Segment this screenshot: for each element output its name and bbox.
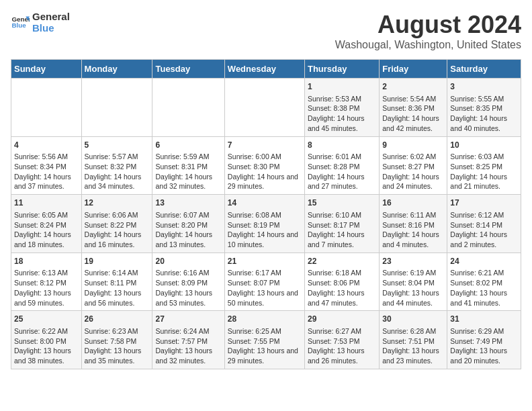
day-number: 14: [228, 197, 302, 209]
day-number: 21: [228, 256, 302, 267]
calendar-cell: 20Sunrise: 6:16 AMSunset: 8:09 PMDayligh…: [152, 253, 224, 311]
day-number: 17: [450, 197, 518, 209]
calendar-table: SundayMondayTuesdayWednesdayThursdayFrid…: [11, 59, 521, 369]
day-detail: Daylight: 14 hours and 16 minutes.: [85, 230, 150, 249]
day-detail: Sunset: 8:31 PM: [155, 162, 221, 172]
day-detail: Sunset: 8:38 PM: [308, 103, 376, 113]
day-detail: Sunrise: 6:13 AM: [14, 268, 79, 278]
day-number: 6: [155, 140, 221, 151]
day-detail: Sunset: 8:30 PM: [228, 162, 302, 172]
day-number: 9: [382, 140, 444, 151]
header: General Blue General Blue August 2024 Wa…: [11, 11, 521, 51]
day-detail: Daylight: 14 hours and 29 minutes.: [228, 172, 302, 191]
week-row-1: 1Sunrise: 5:53 AMSunset: 8:38 PMDaylight…: [11, 79, 521, 137]
day-detail: Sunrise: 5:59 AM: [155, 152, 221, 162]
day-detail: Sunrise: 6:19 AM: [382, 268, 444, 278]
header-cell-sunday: Sunday: [11, 60, 82, 79]
day-number: 19: [85, 256, 150, 267]
day-detail: Sunrise: 6:10 AM: [308, 210, 376, 220]
day-detail: Sunset: 8:27 PM: [382, 162, 444, 172]
day-number: 27: [155, 314, 221, 325]
day-detail: Sunset: 8:24 PM: [14, 220, 79, 230]
calendar-cell: 30Sunrise: 6:28 AMSunset: 7:51 PMDayligh…: [380, 311, 447, 369]
logo-icon: General Blue: [11, 13, 30, 32]
day-detail: Daylight: 14 hours and 37 minutes.: [14, 172, 79, 191]
day-number: 20: [155, 256, 221, 267]
day-number: 1: [308, 81, 376, 93]
day-detail: Daylight: 14 hours and 24 minutes.: [382, 172, 444, 191]
calendar-cell: 7Sunrise: 6:00 AMSunset: 8:30 PMDaylight…: [224, 136, 304, 195]
day-detail: Sunrise: 5:55 AM: [450, 94, 518, 104]
day-detail: Sunrise: 6:11 AM: [382, 210, 444, 220]
day-detail: Daylight: 13 hours and 29 minutes.: [228, 346, 302, 365]
day-detail: Daylight: 14 hours and 4 minutes.: [382, 230, 444, 249]
calendar-cell: 4Sunrise: 5:56 AMSunset: 8:34 PMDaylight…: [11, 136, 82, 195]
header-cell-friday: Friday: [380, 60, 447, 79]
day-number: 29: [308, 314, 376, 325]
day-detail: Sunset: 8:06 PM: [308, 278, 376, 288]
day-number: 25: [14, 314, 79, 325]
day-detail: Sunrise: 5:56 AM: [14, 152, 79, 162]
calendar-cell: 24Sunrise: 6:21 AMSunset: 8:02 PMDayligh…: [447, 253, 521, 311]
day-number: 7: [228, 140, 302, 151]
week-row-5: 25Sunrise: 6:22 AMSunset: 8:00 PMDayligh…: [11, 311, 521, 369]
day-number: 28: [228, 314, 302, 325]
calendar-cell: 6Sunrise: 5:59 AMSunset: 8:31 PMDaylight…: [152, 136, 224, 195]
calendar-cell: 8Sunrise: 6:01 AMSunset: 8:28 PMDaylight…: [304, 136, 379, 195]
logo: General Blue General Blue: [11, 11, 70, 34]
calendar-cell: 2Sunrise: 5:54 AMSunset: 8:36 PMDaylight…: [380, 79, 447, 137]
week-row-2: 4Sunrise: 5:56 AMSunset: 8:34 PMDaylight…: [11, 136, 521, 195]
calendar-cell: [11, 79, 82, 137]
calendar-cell: 27Sunrise: 6:24 AMSunset: 7:57 PMDayligh…: [152, 311, 224, 369]
day-detail: Sunrise: 6:28 AM: [382, 326, 444, 336]
calendar-cell: 16Sunrise: 6:11 AMSunset: 8:16 PMDayligh…: [380, 195, 447, 253]
day-detail: Sunrise: 6:29 AM: [450, 326, 518, 336]
day-detail: Sunset: 8:32 PM: [85, 162, 150, 172]
header-cell-saturday: Saturday: [447, 60, 521, 79]
day-detail: Sunrise: 6:18 AM: [308, 268, 376, 278]
day-number: 13: [155, 197, 221, 209]
title-block: August 2024 Washougal, Washington, Unite…: [335, 11, 521, 51]
day-detail: Sunset: 8:07 PM: [228, 278, 302, 288]
day-detail: Sunset: 8:25 PM: [450, 162, 518, 172]
day-detail: Sunset: 8:22 PM: [85, 220, 150, 230]
day-detail: Sunset: 7:57 PM: [155, 336, 221, 347]
calendar-cell: 19Sunrise: 6:14 AMSunset: 8:11 PMDayligh…: [81, 253, 152, 311]
day-detail: Daylight: 14 hours and 18 minutes.: [14, 230, 79, 249]
subtitle: Washougal, Washington, United States: [335, 39, 521, 51]
day-detail: Daylight: 13 hours and 32 minutes.: [155, 346, 221, 365]
calendar-cell: 13Sunrise: 6:07 AMSunset: 8:20 PMDayligh…: [152, 195, 224, 253]
day-number: 8: [308, 140, 376, 151]
day-detail: Daylight: 14 hours and 32 minutes.: [155, 172, 221, 191]
day-detail: Daylight: 14 hours and 45 minutes.: [308, 113, 376, 133]
day-detail: Sunset: 8:09 PM: [155, 278, 221, 288]
day-number: 24: [450, 256, 518, 267]
day-detail: Sunrise: 6:14 AM: [85, 268, 150, 278]
day-number: 15: [308, 197, 376, 209]
calendar-cell: 15Sunrise: 6:10 AMSunset: 8:17 PMDayligh…: [304, 195, 379, 253]
calendar-cell: 17Sunrise: 6:12 AMSunset: 8:14 PMDayligh…: [447, 195, 521, 253]
day-detail: Sunset: 7:58 PM: [85, 336, 150, 347]
calendar-cell: [224, 79, 304, 137]
day-number: 11: [14, 197, 79, 209]
calendar-cell: 9Sunrise: 6:02 AMSunset: 8:27 PMDaylight…: [380, 136, 447, 195]
week-row-3: 11Sunrise: 6:05 AMSunset: 8:24 PMDayligh…: [11, 195, 521, 253]
day-detail: Sunrise: 6:07 AM: [155, 210, 221, 220]
day-detail: Sunrise: 6:01 AM: [308, 152, 376, 162]
day-detail: Sunrise: 6:03 AM: [450, 152, 518, 162]
day-detail: Daylight: 13 hours and 44 minutes.: [382, 288, 444, 308]
week-row-4: 18Sunrise: 6:13 AMSunset: 8:12 PMDayligh…: [11, 253, 521, 311]
calendar-cell: 10Sunrise: 6:03 AMSunset: 8:25 PMDayligh…: [447, 136, 521, 195]
day-detail: Daylight: 13 hours and 59 minutes.: [14, 288, 79, 308]
logo-line1: General: [32, 11, 70, 22]
day-detail: Sunset: 8:04 PM: [382, 278, 444, 288]
day-detail: Sunset: 8:12 PM: [14, 278, 79, 288]
calendar-cell: 23Sunrise: 6:19 AMSunset: 8:04 PMDayligh…: [380, 253, 447, 311]
day-number: 16: [382, 197, 444, 209]
day-detail: Daylight: 13 hours and 35 minutes.: [85, 346, 150, 365]
day-number: 22: [308, 256, 376, 267]
day-detail: Daylight: 14 hours and 42 minutes.: [382, 113, 444, 133]
calendar-cell: 3Sunrise: 5:55 AMSunset: 8:35 PMDaylight…: [447, 79, 521, 137]
day-number: 5: [85, 140, 150, 151]
calendar-cell: 28Sunrise: 6:25 AMSunset: 7:55 PMDayligh…: [224, 311, 304, 369]
